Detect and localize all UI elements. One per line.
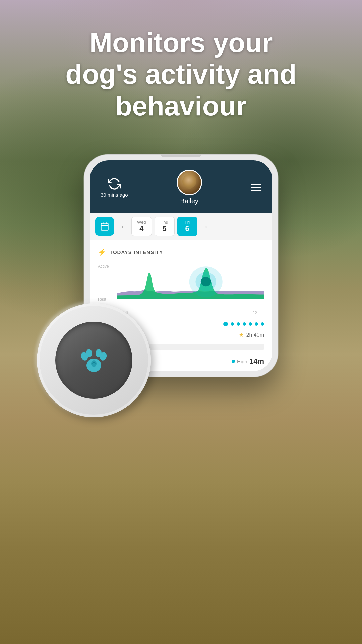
svg-point-8 (201, 277, 211, 286)
chart-label-active: Active (98, 264, 109, 269)
tracker-device (37, 303, 151, 417)
svg-rect-0 (101, 223, 108, 230)
chart-label-rest: Rest (98, 297, 106, 302)
headline-line2: dog's activity and (65, 59, 296, 89)
phone-mockup: 30 mins ago Bailey (84, 154, 278, 377)
dog-avatar-image (178, 171, 201, 194)
headline-line3: behaviour (115, 91, 247, 121)
star-icon: ★ (239, 332, 244, 338)
hamburger-line-2 (251, 187, 261, 188)
dog-name-label: Bailey (180, 197, 198, 205)
high-dot (232, 360, 235, 363)
day-pill-fri[interactable]: Fri 6 (177, 217, 197, 236)
day-num-wed: 4 (139, 225, 143, 233)
dot-active (223, 322, 228, 326)
tracker-inner-circle (55, 322, 132, 399)
sync-icon (108, 177, 121, 191)
day-pill-thu[interactable]: Thu 5 (155, 217, 175, 236)
day-pill-wed[interactable]: Wed 4 (131, 217, 152, 236)
dog-profile[interactable]: Bailey (177, 170, 202, 205)
calendar-row: ‹ Wed 4 Thu 5 Fri 6 › (90, 213, 272, 240)
day-num-fri: 6 (185, 225, 189, 233)
headline-line1: Monitors your (89, 27, 273, 58)
paw-icon (77, 343, 111, 377)
sync-section[interactable]: 30 mins ago (101, 177, 128, 198)
high-value: 14m (249, 357, 264, 366)
dot-7 (261, 322, 264, 326)
hamburger-line-3 (251, 190, 261, 191)
dot-6 (255, 322, 258, 326)
sync-time-label: 30 mins ago (101, 192, 128, 198)
progress-background (137, 344, 264, 350)
day-num-thu: 5 (162, 225, 166, 233)
dog-avatar (177, 170, 202, 195)
day-name-thu: Thu (161, 220, 168, 225)
lightning-icon: ⚡ (98, 248, 106, 256)
calendar-icon-button[interactable] (95, 217, 114, 236)
day-name-wed: Wed (137, 220, 146, 225)
dot-3 (237, 322, 240, 326)
intensity-header: ⚡ TODAYS INTENSITY (98, 248, 264, 256)
dot-5 (249, 322, 252, 326)
chart-svg (117, 261, 264, 306)
phone-speaker (161, 154, 201, 157)
calendar-next-button[interactable]: › (200, 220, 212, 232)
hamburger-menu[interactable] (251, 184, 261, 191)
high-text: High (237, 359, 247, 364)
calendar-prev-button[interactable]: ‹ (117, 220, 129, 232)
high-label: High 14m (232, 357, 264, 366)
day-name-fri: Fri (185, 220, 190, 225)
chart-x-12: 12 (253, 310, 257, 315)
dot-2 (231, 322, 234, 326)
calendar-icon (100, 222, 109, 231)
headline-text: Monitors your dog's activity and behavio… (0, 27, 362, 122)
hamburger-line-1 (251, 184, 261, 185)
dot-4 (243, 322, 246, 326)
stats-time: 2h 40m (246, 332, 264, 338)
chart-area (117, 261, 264, 306)
intensity-title: TODAYS INTENSITY (110, 249, 163, 255)
tracker-outer-ring (37, 303, 151, 417)
app-header: 30 mins ago Bailey (90, 160, 272, 213)
